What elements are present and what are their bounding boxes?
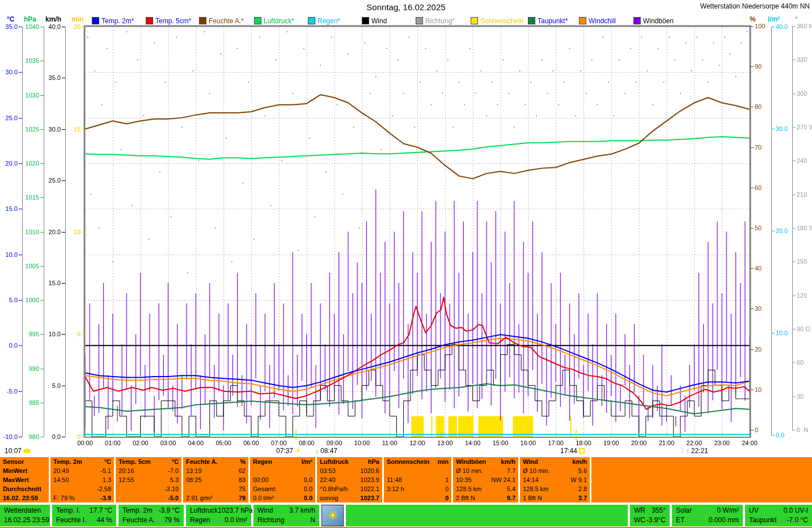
stats-cell-value: 9.7 <box>507 493 515 502</box>
stats-cell-value: 1023.9 <box>360 475 379 484</box>
status-cell-solar-et: Solar0 W/m²ET0.000 mm <box>672 505 743 526</box>
stats-cell-label: 1 Bft N <box>523 493 542 502</box>
status-label: Feuchte I. <box>56 516 86 525</box>
moonset-time-label: 08:47 <box>320 447 337 455</box>
stats-cell-label: Gesamt: <box>253 484 277 493</box>
stats-filler <box>591 457 812 502</box>
status-value: 0 W/m² <box>717 506 739 516</box>
legend-item-temp-2m: Temp. 2m* <box>92 17 134 24</box>
stats-cell-label: 2.91 g/m³ <box>186 493 212 502</box>
stats-row-label: Sensor <box>3 457 24 466</box>
status-label: WC <box>634 516 645 525</box>
axis-unit-c: °C <box>7 15 14 23</box>
stats-group-name: Regen <box>253 457 272 466</box>
status-label: Solar <box>676 506 692 516</box>
stats-group-name: Wind <box>523 457 538 466</box>
stats-cell-value: 5.4 <box>507 484 515 493</box>
stats-group-unit: min <box>437 457 449 466</box>
stats-cell-value: -3.10 <box>164 484 179 493</box>
status-cell-aussen: Temp. 2m-3.9 °CFeuchte A.79 % <box>119 505 184 526</box>
stats-cell-value: 1020.6 <box>360 466 379 475</box>
stats-cell-label: 14:14 <box>523 475 539 484</box>
status-label: Richtung <box>257 516 284 525</box>
status-label: 16.02.25 23:59 <box>4 516 49 525</box>
stats-cell-value: 5.3 <box>170 475 179 484</box>
legend-swatch-temp-2m <box>92 17 99 24</box>
stats-group-name: Sonnenschein <box>387 457 429 466</box>
stats-group-unit: °C <box>172 457 179 466</box>
stats-group-windb-en: Windböenkm/hØ 10 min.7.710:35NW 24.1128.… <box>453 457 518 502</box>
sun-icon: ☀ <box>295 448 302 454</box>
stats-group-unit: km/h <box>572 457 587 466</box>
status-label: ET <box>676 516 684 525</box>
status-label: WR <box>634 506 645 516</box>
stats-cell-value: -5.0 <box>168 493 179 502</box>
axis-unit-: % <box>750 15 756 23</box>
legend-swatch-windchill <box>579 17 586 24</box>
stats-cell-label: 13:19 <box>186 466 202 475</box>
legend-swatch-taupunkt <box>528 17 535 24</box>
stats-group-name: Temp. 5cm <box>119 457 151 466</box>
moonset-annotation: ↓ 08:47 <box>315 447 337 455</box>
status-label: Temp. I. <box>56 506 81 516</box>
legend-swatch-wind <box>362 17 369 24</box>
stats-cell-value: 3.7 <box>578 493 587 502</box>
legend-swatch-feuchte-a <box>199 17 206 24</box>
legend-swatch-sonnenschein <box>471 17 478 24</box>
stats-cell-value: NW 24.1 <box>491 475 515 484</box>
stats-cell-value: 7.7 <box>507 466 515 475</box>
status-value: 355° <box>652 506 666 516</box>
weather-sun-icon: ☀ <box>322 505 344 526</box>
status-label: Luftdruck <box>190 506 218 516</box>
stats-cell-value: 0 <box>445 484 449 493</box>
legend-label: Wind <box>371 17 387 25</box>
legend-swatch-regen <box>308 17 315 24</box>
status-bar: Wetterdaten16.02.25 23:59Temp. I.17.7 °C… <box>0 505 812 526</box>
stats-cell-value: 2.8 <box>578 484 587 493</box>
stats-cell-label: 20:49 <box>53 466 69 475</box>
status-cell-innen: Temp. I.17.7 °CFeuchte I.44 % <box>52 505 116 526</box>
stats-cell-value: 5.6 <box>578 466 587 475</box>
sunrise-time-label: 07:37 <box>276 447 293 455</box>
daily-stats-table: SensorMinWertMaxWertDurchschnitt16.02. 2… <box>0 457 812 502</box>
stats-group-feuchte-a: Feuchte A.%13:196208:2583752.91 g/m³79 <box>183 457 248 502</box>
stats-group-unit: % <box>240 457 246 466</box>
sunset-icon <box>579 448 585 454</box>
stats-group-name: Windböen <box>456 457 486 466</box>
legend-swatch-luftdruck <box>254 17 261 24</box>
stats-group-name: Temp. 2m <box>53 457 82 466</box>
stats-cell-value: -3.9 <box>100 493 111 502</box>
status-cell-wetterdaten: Wetterdaten16.02.25 23:59 <box>0 505 50 526</box>
legend-item-luftdruck: Luftdruck* <box>254 17 294 24</box>
stats-cell-value: 0.0 <box>304 493 312 502</box>
stats-group-luftdruck: LuftdruckhPa03:531020.622:401023.9^0.8hP… <box>317 457 382 502</box>
axis-unit-km-h: km/h <box>45 15 61 23</box>
stats-cell-value: 0 <box>445 493 449 502</box>
status-value: 79 % <box>164 516 180 525</box>
legend-label: Temp. 2m* <box>102 17 134 25</box>
stats-cell-value: 83 <box>239 475 246 484</box>
stats-row-label: Durchschnitt <box>3 484 41 493</box>
weather-chart-canvas <box>0 0 812 457</box>
sunrise-annotation: 07:37 ☀ <box>276 447 302 455</box>
legend-swatch-richtung <box>416 17 423 24</box>
stats-group-temp-2m: Temp. 2m°C20:49-5.114:501.3-2.58F: 79 %-… <box>50 457 114 502</box>
legend-label: Feuchte A.* <box>209 17 244 25</box>
legend-swatch-temp-5cm <box>146 17 153 24</box>
stats-group-wind: Windkm/hØ 10 min.5.614:14W 9.1128.5 km2.… <box>520 457 590 502</box>
stats-cell-label: 12:55 <box>119 475 134 484</box>
status-value: 0.000 mm <box>709 516 739 525</box>
stats-group-regen: Regenl/m²00:000.0Gesamt:0.00.0 l/m²0.0 <box>250 457 315 502</box>
stats-group-unit: hPa <box>368 457 379 466</box>
status-cell-wind: Wind3.7 km/hRichtungN <box>253 505 319 526</box>
legend-swatch-windb-en <box>633 17 641 24</box>
legend-label: Regen* <box>318 17 340 25</box>
stats-cell-label: 128.5 km <box>523 484 548 493</box>
legend-item-regen: Regen* <box>308 17 340 24</box>
status-cell-druck-regen: Luftdruck1023.7 hPaRegen0.0 l/m² <box>186 505 251 526</box>
stats-cell-label: 22:40 <box>320 475 336 484</box>
arrow-down-icon: ↓ <box>315 447 319 455</box>
stats-cell-value: -2.58 <box>97 484 111 493</box>
legend-item-sonnenschein: Sonnenschein <box>471 17 523 24</box>
status-value: 0.0 l/m² <box>225 516 247 525</box>
